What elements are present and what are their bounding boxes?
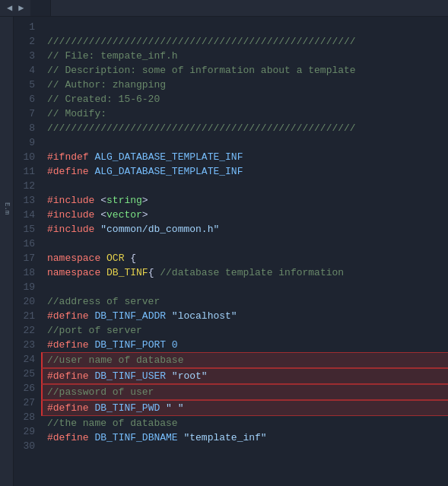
code-line: namespace OCR { <box>47 251 448 265</box>
line-number: 15 <box>14 222 35 237</box>
line-number: 30 <box>14 439 35 453</box>
line-number: 26 <box>14 381 35 395</box>
code-line: #define DB_TINF_USER "root" <box>41 368 448 384</box>
line-number: 7 <box>14 106 35 121</box>
line-number: 5 <box>14 78 35 92</box>
angle-token: < <box>100 209 106 221</box>
line-number: 4 <box>14 63 35 78</box>
code-line <box>47 237 448 251</box>
plain-token <box>100 267 106 278</box>
nav-arrows: ◀ ▶ <box>0 2 30 14</box>
macro-token: ALG_DATABASE_TEMPLATE_INF <box>94 166 243 177</box>
arrow-right-icon[interactable]: ▶ <box>16 2 26 14</box>
macro-token: DB_TINF_PWD <box>94 402 160 414</box>
line-number: 27 <box>14 395 35 410</box>
comment-token: //port of server <box>47 325 142 336</box>
line-number: 19 <box>14 280 35 294</box>
line-number: 1 <box>14 20 35 34</box>
code-line: ////////////////////////////////////////… <box>47 34 448 49</box>
code-line: //address of server <box>47 294 448 309</box>
sidebar-gutter: E.m <box>0 17 14 486</box>
line-number: 24 <box>14 352 35 367</box>
preprocessor-token: #define <box>47 310 89 322</box>
plain-token <box>166 370 172 382</box>
nsname-token: DB_TINF <box>106 267 148 278</box>
plain-token <box>166 339 172 351</box>
angle-token: < <box>100 195 106 206</box>
sidebar-label: E.m <box>3 20 11 214</box>
line-number: 6 <box>14 92 35 106</box>
preprocessor-token: #define <box>47 166 89 177</box>
keyword-token: namespace <box>47 253 100 264</box>
preprocessor-token: #define <box>47 432 89 443</box>
code-line <box>47 135 448 150</box>
code-line: //user name of database <box>41 352 448 368</box>
code-line: #define DB_TINF_ADDR "localhost" <box>47 309 448 323</box>
code-line: ////////////////////////////////////////… <box>47 121 448 135</box>
line-number: 16 <box>14 237 35 251</box>
line-number: 23 <box>14 338 35 352</box>
comment-token: // Modify: <box>47 108 106 119</box>
line-number: 2 <box>14 34 35 49</box>
code-line: #define DB_TINF_DBNAME "template_inf" <box>47 430 448 445</box>
code-line: #include "common/db_common.h" <box>47 222 448 237</box>
comment-token: // Description: some of information abou… <box>47 65 356 76</box>
line-numbers: 1234567891011121314151617181920212223242… <box>14 17 41 486</box>
macro-token: ALG_DATABASE_TEMPLATE_INF <box>94 151 243 163</box>
angle-token: > <box>142 195 148 206</box>
string-token: "root" <box>172 370 208 382</box>
comment-token: // Author: zhangping <box>47 79 166 91</box>
plain-token: { <box>124 253 136 264</box>
code-line: // Modify: <box>47 106 448 121</box>
code-line: #define ALG_DATABASE_TEMPLATE_INF <box>47 164 448 179</box>
code-line <box>47 20 448 34</box>
top-bar: ◀ ▶ <box>0 0 448 17</box>
line-number: 13 <box>14 193 35 208</box>
macro-token: DB_TINF_ADDR <box>94 310 166 322</box>
preprocessor-token: #define <box>47 370 89 382</box>
line-number: 21 <box>14 309 35 323</box>
line-number: 10 <box>14 150 35 164</box>
code-line: // Author: zhangping <box>47 78 448 92</box>
file-tab[interactable] <box>30 0 51 16</box>
code-line: #define DB_TINF_PWD " " <box>41 400 448 416</box>
comment-token: ////////////////////////////////////////… <box>47 36 356 47</box>
string-token: "template_inf" <box>183 432 266 443</box>
arrow-left-icon[interactable]: ◀ <box>5 2 14 14</box>
editor: E.m 123456789101112131415161718192021222… <box>0 17 448 486</box>
line-number: 12 <box>14 179 35 193</box>
macro-token: DB_TINF_PORT <box>94 339 166 351</box>
code-line: #include <vector> <box>47 208 448 222</box>
preprocessor-token: #include <box>47 224 94 235</box>
comment-token: ////////////////////////////////////////… <box>47 122 356 134</box>
tab-bar <box>30 0 51 16</box>
line-number: 18 <box>14 265 35 280</box>
number-token: 0 <box>172 339 178 351</box>
line-number: 14 <box>14 208 35 222</box>
preprocessor-token: #define <box>47 339 89 351</box>
keyword-token: namespace <box>47 267 100 278</box>
line-number: 3 <box>14 49 35 63</box>
code-line: //password of user <box>41 384 448 400</box>
plain-token <box>160 402 166 414</box>
code-line: #define DB_TINF_PORT 0 <box>47 338 448 352</box>
string-token: "common/db_common.h" <box>100 224 219 235</box>
code-line: #include <string> <box>47 193 448 208</box>
preprocessor-token: #ifndef <box>47 151 89 163</box>
line-number: 11 <box>14 164 35 179</box>
code-area[interactable]: ////////////////////////////////////////… <box>41 17 448 486</box>
macro-token: DB_TINF_DBNAME <box>94 432 177 443</box>
code-line <box>47 445 448 459</box>
comment-token: //password of user <box>47 386 154 398</box>
code-line <box>47 179 448 193</box>
angle-token: > <box>142 209 148 221</box>
string-token: "localhost" <box>172 310 237 322</box>
comment-token: // Created: 15-6-20 <box>47 94 160 105</box>
line-number: 17 <box>14 251 35 265</box>
comment-token: //the name of database <box>47 418 178 429</box>
preprocessor-token: #include <box>47 195 94 206</box>
line-number: 9 <box>14 135 35 150</box>
code-line: //port of server <box>47 323 448 338</box>
nsname-token: OCR <box>106 253 124 264</box>
plain-token: { <box>148 267 160 278</box>
